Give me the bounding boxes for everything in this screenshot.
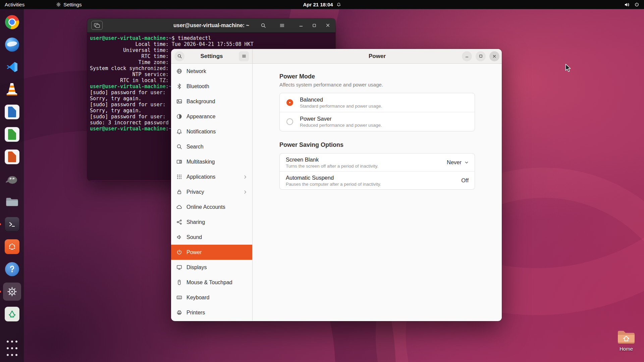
sidebar-item-label: Multitasking <box>186 159 215 165</box>
settings-close-button[interactable] <box>489 51 499 61</box>
dock-item-libreoffice-calc[interactable] <box>3 125 21 143</box>
power-mode-heading: Power Mode <box>279 73 475 80</box>
desktop: Activities Settings Apr 21 18:04 <box>0 0 644 362</box>
chevron-down-icon <box>465 161 469 165</box>
focused-app-menu[interactable]: Settings <box>51 0 86 9</box>
sidebar-item-search[interactable]: Search <box>171 139 252 154</box>
sidebar-item-applications[interactable]: Applications <box>171 169 252 184</box>
sidebar-item-power[interactable]: Power <box>171 245 252 260</box>
home-folder-label: Home <box>620 346 633 352</box>
show-applications-button[interactable] <box>3 339 21 357</box>
sidebar-item-notifications[interactable]: Notifications <box>171 124 252 139</box>
sidebar-item-label: Sharing <box>186 219 205 225</box>
sharing-icon <box>176 219 182 225</box>
settings-minimize-button[interactable] <box>462 51 472 61</box>
clock-menu[interactable]: Apr 21 18:04 <box>303 0 341 9</box>
sidebar-item-label: Appearance <box>186 114 215 120</box>
automatic-suspend-row[interactable]: Automatic Suspend Pauses the computer af… <box>280 172 475 189</box>
sidebar-item-label: Search <box>186 144 204 150</box>
sidebar-item-sound[interactable]: Sound <box>171 230 252 245</box>
sidebar-item-label: Online Accounts <box>186 204 225 210</box>
settings-window: Settings Power <box>171 49 502 321</box>
terminal-maximize-button[interactable] <box>310 21 319 30</box>
printers-icon <box>176 310 182 315</box>
libreoffice-calc-icon <box>5 127 19 142</box>
sidebar-item-multitasking[interactable]: Multitasking <box>171 154 252 169</box>
dock-item-trash[interactable] <box>3 305 21 323</box>
sidebar-item-printers[interactable]: Printers <box>171 305 252 320</box>
dock-item-vlc[interactable] <box>3 80 21 99</box>
screen-blank-dropdown[interactable]: Never <box>447 159 469 166</box>
background-icon <box>176 99 182 104</box>
terminal-line: Local time: Tue 2026-04-21 17:55:08 HKT <box>90 41 335 47</box>
terminal-search-button[interactable] <box>259 21 268 30</box>
option-label: Power Saver <box>300 116 382 122</box>
dock-item-help[interactable] <box>3 260 21 278</box>
sidebar-item-label: Printers <box>186 310 205 316</box>
privacy-icon <box>176 189 182 195</box>
power-saver-radio[interactable] <box>286 118 293 125</box>
terminal-icon <box>5 217 19 232</box>
displays-icon <box>176 264 182 270</box>
home-folder-shortcut[interactable]: Home <box>613 329 639 352</box>
dock-item-settings[interactable] <box>3 283 21 301</box>
power-mode-subtitle: Affects system performance and power usa… <box>279 82 475 87</box>
sidebar-item-sharing[interactable]: Sharing <box>171 215 252 230</box>
sidebar-item-mouse[interactable]: Mouse & Touchpad <box>171 275 252 290</box>
sidebar-item-label: Power <box>186 249 202 255</box>
sidebar-item-label: Background <box>186 99 215 105</box>
screen-blank-row[interactable]: Screen Blank Turns the screen off after … <box>280 154 475 171</box>
balanced-radio[interactable] <box>286 99 293 106</box>
mouse-icon <box>176 280 182 285</box>
sidebar-item-bluetooth[interactable]: Bluetooth <box>171 79 252 94</box>
sidebar-item-label: Mouse & Touchpad <box>186 280 232 286</box>
dock-item-thunderbird[interactable] <box>3 36 21 54</box>
activities-button[interactable]: Activities <box>0 0 29 9</box>
dock-item-vscode[interactable] <box>3 58 21 76</box>
power-mode-option-power-saver[interactable]: Power Saver Reduced performance and powe… <box>280 112 475 131</box>
dock-item-gimp[interactable] <box>3 170 21 188</box>
vlc-icon <box>6 83 18 96</box>
top-bar: Activities Settings Apr 21 18:04 <box>0 0 644 9</box>
row-label: Screen Blank <box>286 157 378 163</box>
settings-search-button[interactable] <box>174 51 184 61</box>
sidebar-item-appearance[interactable]: Appearance <box>171 109 252 124</box>
dock-item-chrome[interactable] <box>3 13 21 31</box>
sidebar-item-network[interactable]: Network <box>171 64 252 79</box>
gimp-icon <box>5 172 19 186</box>
sidebar-item-label: Notifications <box>186 129 216 135</box>
sidebar-item-label: Displays <box>186 264 207 270</box>
terminal-minimize-button[interactable] <box>297 21 305 30</box>
power-icon <box>176 249 182 255</box>
sidebar-item-label: Sound <box>186 234 202 240</box>
settings-headerbar[interactable]: Settings Power <box>171 49 502 64</box>
settings-maximize-button[interactable] <box>476 51 486 61</box>
dock-item-libreoffice-impress[interactable] <box>3 148 21 166</box>
home-folder-icon <box>616 329 636 345</box>
dock-item-libreoffice-writer[interactable] <box>3 103 21 121</box>
dock-item-files[interactable] <box>3 193 21 211</box>
sidebar-item-privacy[interactable]: Privacy <box>171 184 252 199</box>
terminal-titlebar[interactable]: user@user-virtual-machine: ~ <box>87 18 335 33</box>
dock-item-terminal[interactable] <box>3 215 21 233</box>
libreoffice-writer-icon <box>5 105 19 119</box>
notification-bell-icon <box>336 2 341 7</box>
settings-window-title: Settings <box>200 53 223 60</box>
help-icon <box>5 262 19 276</box>
running-indicator-dot <box>0 223 1 225</box>
sidebar-item-online-accounts[interactable]: Online Accounts <box>171 199 252 215</box>
terminal-menu-button[interactable] <box>278 21 286 30</box>
sidebar-item-displays[interactable]: Displays <box>171 260 252 275</box>
sidebar-item-label: Privacy <box>186 189 204 195</box>
chrome-icon <box>5 15 19 29</box>
power-mode-option-balanced[interactable]: Balanced Standard performance and power … <box>280 93 475 112</box>
vscode-icon <box>5 60 19 74</box>
sidebar-item-background[interactable]: Background <box>171 94 252 109</box>
sidebar-item-keyboard[interactable]: Keyboard <box>171 290 252 305</box>
dock-item-ubuntu-software[interactable] <box>3 238 21 256</box>
multitasking-icon <box>176 159 182 165</box>
terminal-close-button[interactable] <box>323 21 332 30</box>
settings-primary-menu-button[interactable] <box>239 51 249 61</box>
terminal-line: user@user-virtual-machine:~$ timedatectl <box>90 35 335 41</box>
system-status-menu[interactable] <box>620 0 644 9</box>
